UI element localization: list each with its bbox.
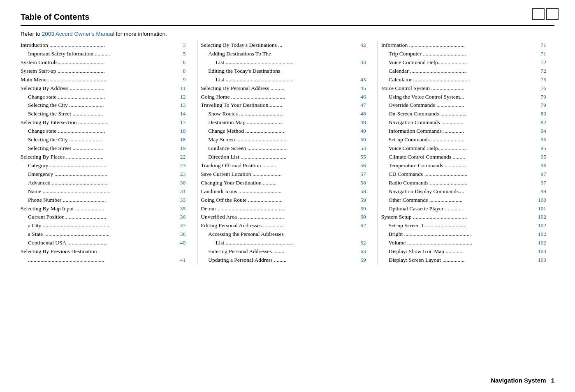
toc-columns: Introduction ...........................…	[21, 41, 554, 265]
list-item: Current Position .......................…	[21, 213, 185, 221]
list-item: Accessing the Personal Addresses	[201, 230, 366, 239]
column-divider-1	[197, 41, 197, 265]
list-item: Introduction ...........................…	[21, 41, 185, 50]
list-item: System Controls.........................…	[21, 58, 185, 67]
list-item: Change Method ..........................…	[201, 127, 366, 136]
list-item: Override Commands ....................79	[381, 101, 546, 110]
list-item: Updating a Personal Address .........69	[201, 256, 366, 265]
list-item: Going Home .............................…	[201, 93, 366, 101]
list-item: Landmark Icons .........................…	[201, 187, 366, 196]
list-item: System Setup ...........................…	[381, 213, 546, 221]
list-item: Continental USA ........................…	[21, 239, 185, 247]
list-item: Voice Command Help.....................9…	[381, 144, 546, 153]
list-item: Volume .................................…	[381, 239, 546, 247]
list-item: Selecting By Today's Destinations ...42	[201, 41, 366, 50]
list-item: Name ...................................…	[21, 187, 185, 196]
footer: Navigation System 1	[491, 377, 554, 384]
list-item: Save Current Location ..................…	[201, 170, 366, 179]
list-item: Entering Personal Addresses ........63	[201, 247, 366, 256]
list-item: Selecting By Intersection ..............…	[21, 118, 185, 127]
list-item: Advanced ...............................…	[21, 179, 185, 187]
list-item: Navigation Commands ................82	[381, 118, 546, 127]
list-item: Destination Map ........................…	[201, 118, 366, 127]
list-item: Display: Show Icon Map .............103	[381, 247, 546, 256]
list-item: Calculator .............................…	[381, 76, 546, 84]
list-item: Main Menu ..............................…	[21, 76, 185, 84]
list-item: Unverified Area ........................…	[201, 213, 366, 221]
list-item: Map Screen .............................…	[201, 136, 366, 144]
list-item: a State ................................…	[21, 230, 185, 239]
list-item: Selecting By Places ....................…	[21, 153, 185, 161]
footer-page-number: 1	[551, 377, 554, 384]
list-item: Optional Cassette Player .............10…	[381, 205, 546, 213]
list-item: Change state ...........................…	[21, 93, 185, 101]
list-item: Change state ...........................…	[21, 127, 185, 136]
list-item: Other Commands ........................1…	[381, 196, 546, 205]
list-item: a City .................................…	[21, 221, 185, 230]
list-item: Voice Control System ...................…	[381, 84, 546, 93]
list-item: Calendar ...............................…	[381, 67, 546, 76]
list-item: Voice Command Help.....................7…	[381, 58, 546, 67]
toc-col-2: Selecting By Today's Destinations ...42 …	[201, 41, 374, 265]
list-item: Traveling To Your Destination..........4…	[201, 101, 366, 110]
list-item: Display: Screen Layout ................1…	[381, 256, 546, 265]
list-item: Set-up Commands ........................…	[381, 136, 546, 144]
list-item: Adding Destinations To The	[201, 50, 366, 58]
list-item: Going Off the Route ....................…	[201, 196, 366, 205]
list-item: Phone Number ...........................…	[21, 196, 185, 205]
list-item: Emergency ..............................…	[21, 170, 185, 179]
list-item: Selecting the Street ...................…	[21, 110, 185, 118]
list-item: List ...................................…	[201, 58, 366, 67]
refer-link[interactable]: 2003 Accord Owner's Manual	[42, 31, 114, 37]
list-item: Selecting the City .....................…	[21, 136, 185, 144]
list-item: Editing Personal Addresses .............…	[201, 221, 366, 230]
list-item: Trip Computer ..........................…	[381, 50, 546, 58]
footer-nav-label: Navigation System	[491, 377, 546, 384]
list-item: Show Routes ............................…	[201, 110, 366, 118]
list-item: Changing Your Destination ..........58	[201, 179, 366, 187]
list-item: Information Commands ...............94	[381, 127, 546, 136]
list-item: Selecting the Street ...................…	[21, 144, 185, 153]
list-item: Using the Voice Control System...79	[381, 93, 546, 101]
list-item: Information ............................…	[381, 41, 546, 50]
list-item: Set-up Screen 1 ........................…	[381, 221, 546, 230]
nav-box-left	[532, 8, 545, 20]
nav-icons	[532, 8, 559, 20]
list-item: Guidance Screen ........................…	[201, 144, 366, 153]
refer-line: Refer to 2003 Accord Owner's Manual for …	[21, 31, 554, 37]
list-item: System Start-up ........................…	[21, 67, 185, 76]
list-item: Selecting By Address ...................…	[21, 84, 185, 93]
list-item: Climate Control Commands .........95	[381, 153, 546, 161]
column-divider-2	[378, 41, 378, 265]
list-item: Detour .................................…	[201, 205, 366, 213]
list-item: Bright .................................…	[381, 230, 546, 239]
page-title: Table of Contents	[21, 12, 554, 22]
list-item: Category ...............................…	[21, 161, 185, 170]
list-item: List ...................................…	[201, 239, 366, 247]
list-item: Selecting By Previous Destination	[21, 247, 185, 256]
list-item: On-Screen Commands ...................80	[381, 110, 546, 118]
nav-box-right	[546, 8, 559, 20]
list-item: Selecting By Map Input .................…	[21, 205, 185, 213]
refer-prefix: Refer to	[21, 31, 40, 37]
toc-col-1: Introduction ...........................…	[21, 41, 194, 265]
list-item: Temperature Commands ................96	[381, 161, 546, 170]
list-item: Navigation Display Commands....99	[381, 187, 546, 196]
list-item: List ...................................…	[201, 76, 366, 84]
list-item: Selecting By Personal Address ..........…	[201, 84, 366, 93]
refer-suffix: for more information.	[116, 31, 167, 37]
list-item: Selecting the City .....................…	[21, 101, 185, 110]
list-item: Editing the Today's Destinations	[201, 67, 366, 76]
title-divider	[21, 25, 554, 26]
toc-col-3: Information ............................…	[381, 41, 554, 265]
list-item: CD Commands ............................…	[381, 170, 546, 179]
list-item: Tracking Off-road Position ..........56	[201, 161, 366, 170]
list-item: Important Safety Information ...........…	[21, 50, 185, 58]
list-item: Radio Commands .........................…	[381, 179, 546, 187]
list-item: ........................................…	[21, 256, 185, 265]
list-item: Direction List .........................…	[201, 153, 366, 161]
